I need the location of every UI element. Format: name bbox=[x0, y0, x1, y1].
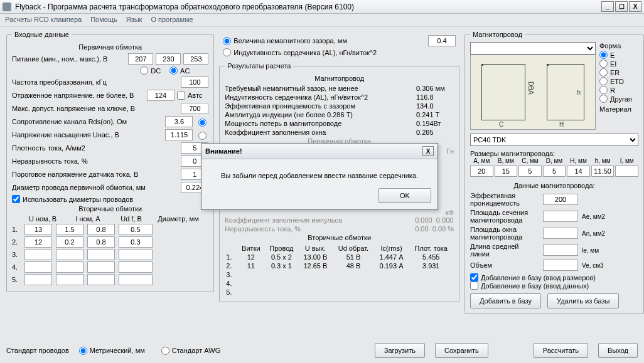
ve-input[interactable] bbox=[543, 260, 578, 271]
add-to-db-button[interactable]: Добавить в базу bbox=[470, 293, 541, 308]
add-by-data-check[interactable]: Добавление в базу (ввод данных) bbox=[470, 281, 632, 290]
menu-lang[interactable]: Язык bbox=[126, 16, 142, 23]
sec-uf[interactable] bbox=[87, 236, 115, 248]
sec-unom[interactable] bbox=[24, 274, 52, 285]
shape-e[interactable]: E bbox=[599, 51, 638, 59]
dialog-message: Вы забыли перед добавлением ввести назва… bbox=[201, 159, 437, 184]
sec-uf[interactable] bbox=[87, 274, 115, 285]
sec-uf[interactable] bbox=[87, 249, 115, 260]
result-row: 3. bbox=[225, 270, 454, 279]
core-data-heading: Данные магнитопровода: bbox=[470, 182, 638, 189]
dim-input[interactable] bbox=[470, 166, 493, 177]
dim-input[interactable] bbox=[591, 166, 614, 177]
rds-label: Сопротивление канала Rds(on), Ом bbox=[12, 118, 163, 125]
result-row: 1.120.5 x 213.00 В51 В1.447 А5.455 bbox=[225, 253, 454, 261]
vds-input[interactable] bbox=[181, 103, 208, 114]
vor-label: Отраженное напряжение, не более, В bbox=[12, 92, 144, 99]
gap-radio[interactable]: Величина немагнитного зазора, мм bbox=[223, 37, 347, 45]
dim-input[interactable] bbox=[567, 166, 590, 177]
sec-uf[interactable] bbox=[87, 261, 115, 273]
auto-check[interactable]: Автс bbox=[177, 92, 202, 100]
le-input[interactable] bbox=[543, 245, 578, 256]
save-button[interactable]: Сохранить bbox=[435, 343, 488, 358]
sec-dia[interactable] bbox=[119, 236, 153, 248]
dc-radio[interactable]: DC bbox=[140, 66, 161, 75]
sec-unom[interactable] bbox=[24, 249, 52, 260]
secondary-row: 2. bbox=[12, 236, 208, 248]
sec-inom[interactable] bbox=[56, 236, 83, 248]
menu-help[interactable]: Помощь bbox=[90, 16, 117, 23]
dim-input[interactable] bbox=[615, 166, 638, 177]
input-fieldset: Входные данные Первичная обмотка Питание… bbox=[6, 31, 214, 292]
dialog-close-button[interactable]: X bbox=[422, 146, 434, 156]
mu-input[interactable] bbox=[543, 194, 578, 205]
minimize-button[interactable]: _ bbox=[601, 1, 614, 12]
menu-rcd[interactable]: Расчеты RCD клампера bbox=[5, 16, 82, 23]
sec-unom[interactable] bbox=[24, 261, 52, 273]
an-input[interactable] bbox=[543, 228, 578, 239]
sec-unom[interactable] bbox=[24, 224, 52, 235]
shape-other[interactable]: Другая bbox=[599, 95, 638, 103]
sec-dia[interactable] bbox=[119, 261, 153, 273]
rds-radio[interactable] bbox=[198, 118, 207, 127]
sec-inom[interactable] bbox=[56, 274, 83, 285]
result-row: 2.110.3 x 112.65 В48 В0.193 А3.931 bbox=[225, 261, 454, 270]
shape-etd[interactable]: ETD bbox=[599, 77, 638, 85]
result-row: 5. bbox=[225, 288, 454, 297]
usat-input bbox=[165, 129, 193, 140]
core-select[interactable] bbox=[470, 42, 596, 55]
ae-input[interactable] bbox=[543, 211, 578, 222]
dim-input[interactable] bbox=[543, 166, 566, 177]
window-title: Flyback - Программа расчета трансформато… bbox=[15, 3, 601, 11]
sec-inom[interactable] bbox=[56, 224, 83, 235]
usat-radio[interactable] bbox=[198, 132, 207, 140]
freq-label: Частота преобразования, кГц bbox=[12, 78, 178, 86]
exit-button[interactable]: Выход bbox=[598, 343, 638, 358]
sec-inom[interactable] bbox=[56, 249, 83, 260]
ac-radio[interactable]: AC bbox=[169, 66, 190, 75]
awg-radio[interactable]: Стандарт AWG bbox=[161, 347, 220, 355]
dialog-ok-button[interactable]: OK bbox=[378, 188, 431, 203]
dwire-label: Диаметр провода первичной обмотки, мм bbox=[12, 184, 178, 191]
menu-about[interactable]: О программе bbox=[151, 16, 193, 23]
shape-ei[interactable]: EI bbox=[599, 60, 638, 68]
dim-input[interactable] bbox=[518, 166, 542, 177]
vds-label: Макс. допуст. напряжение на ключе, В bbox=[12, 105, 178, 112]
bottom-bar: Стандарт проводов Метрический, мм Станда… bbox=[6, 343, 638, 358]
secondary-row: 3. bbox=[12, 249, 208, 260]
shape-er[interactable]: ER bbox=[599, 68, 638, 76]
delete-from-db-button[interactable]: Удалить из базы bbox=[547, 293, 619, 308]
supply-label: Питание (мин., ном., макс.), В bbox=[12, 55, 126, 63]
shape-r[interactable]: R bbox=[599, 86, 638, 94]
load-button[interactable]: Загрузить bbox=[375, 343, 425, 358]
add-by-size-check[interactable]: Добавление в базу (ввод размеров) bbox=[470, 273, 632, 281]
maximize-button[interactable]: ☐ bbox=[615, 1, 628, 12]
use-diameters-check[interactable]: Использовать диаметры проводов bbox=[12, 195, 133, 203]
vor-input[interactable] bbox=[147, 90, 174, 101]
supply-min[interactable] bbox=[128, 53, 153, 65]
dim-input[interactable] bbox=[495, 166, 518, 177]
rds-input[interactable] bbox=[165, 116, 193, 127]
secondary-row: 4. bbox=[12, 261, 208, 273]
metric-radio[interactable]: Метрический, мм bbox=[79, 347, 145, 355]
al-radio[interactable]: Индуктивность сердечника (AL), нГн/виток… bbox=[223, 48, 377, 56]
sec-dia[interactable] bbox=[119, 274, 153, 285]
core-fieldset: Магнитопровод DBA C h H bbox=[464, 31, 644, 314]
dims-label: Размеры магнитопровода: bbox=[470, 150, 638, 157]
supply-max[interactable] bbox=[183, 53, 208, 65]
shape-label: Форма bbox=[599, 42, 638, 50]
sec-inom[interactable] bbox=[56, 261, 83, 273]
sec-dia[interactable] bbox=[119, 249, 153, 260]
secondary-results-table: ВиткиПровод U вых.Ud обрат. Ic(rms)Плот.… bbox=[225, 244, 454, 297]
col-unom: U ном, В bbox=[23, 215, 62, 223]
supply-nom[interactable] bbox=[156, 53, 181, 65]
close-button[interactable]: X bbox=[629, 1, 641, 12]
freq-input[interactable] bbox=[181, 76, 208, 88]
core-diagram: DBA C h H bbox=[470, 55, 596, 130]
gap-value[interactable] bbox=[428, 35, 456, 46]
sec-dia[interactable] bbox=[119, 224, 153, 235]
sec-uf[interactable] bbox=[87, 224, 115, 235]
material-select[interactable]: PC40 TDK bbox=[470, 134, 638, 146]
sec-unom[interactable] bbox=[24, 236, 52, 248]
calc-button[interactable]: Рассчитать bbox=[534, 343, 588, 358]
